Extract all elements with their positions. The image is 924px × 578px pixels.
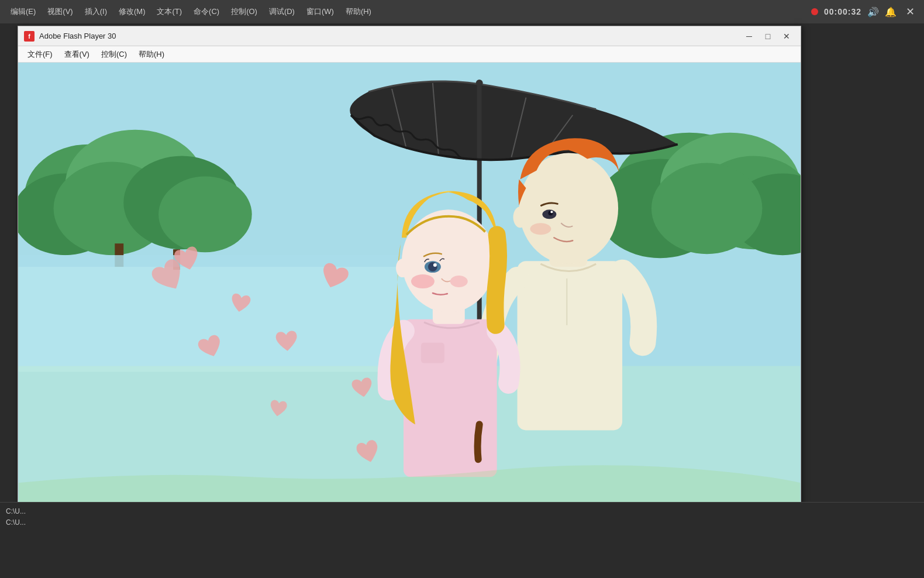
record-indicator <box>811 8 818 15</box>
status-line-1: C:\U... <box>6 506 918 517</box>
svg-rect-36 <box>421 343 444 363</box>
svg-point-34 <box>513 207 527 228</box>
volume-icon[interactable]: 🔊 <box>867 6 879 18</box>
menu-help[interactable]: 帮助(H) <box>341 4 376 19</box>
app-right-controls: 00:00:32 🔊 🔔 ✕ <box>811 4 918 19</box>
menu-window[interactable]: 窗口(W) <box>302 4 339 19</box>
flash-close-button[interactable]: ✕ <box>778 30 795 43</box>
timer-display: 00:00:32 <box>824 7 861 16</box>
svg-rect-16 <box>19 255 444 267</box>
svg-point-33 <box>530 223 551 235</box>
flash-window-title: Adobe Flash Player 30 <box>39 32 795 40</box>
status-line-2: C:\U... <box>6 517 918 528</box>
svg-point-41 <box>433 263 437 267</box>
app-menubar: 编辑(E) 视图(V) 插入(I) 修改(M) 文本(T) 命令(C) 控制(O… <box>0 0 924 23</box>
flash-content-area <box>18 63 801 517</box>
svg-rect-35 <box>404 319 497 477</box>
anime-scene-svg <box>18 63 801 517</box>
flash-menu-help[interactable]: 帮助(H) <box>134 47 169 61</box>
menu-view[interactable]: 视图(V) <box>43 4 77 19</box>
svg-point-40 <box>428 262 437 271</box>
flash-titlebar: f Adobe Flash Player 30 ─ □ ✕ <box>18 26 801 46</box>
menu-modify[interactable]: 修改(M) <box>114 4 150 19</box>
menu-edit[interactable]: 编辑(E) <box>6 4 40 19</box>
flash-menu-view[interactable]: 查看(V) <box>60 47 94 61</box>
svg-rect-25 <box>518 261 623 430</box>
app-statusbar: C:\U... C:\U... <box>0 502 924 578</box>
menu-command[interactable]: 命令(C) <box>189 4 224 19</box>
svg-point-44 <box>396 259 409 277</box>
flash-window-buttons: ─ □ ✕ <box>741 30 795 43</box>
flash-menu-control[interactable]: 控制(C) <box>96 47 132 61</box>
flash-menubar: 文件(F) 查看(V) 控制(C) 帮助(H) <box>18 46 801 63</box>
flash-player-window: f Adobe Flash Player 30 ─ □ ✕ 文件(F) 查看(V… <box>18 26 801 517</box>
flash-app-icon: f <box>24 31 35 42</box>
svg-point-43 <box>450 276 468 287</box>
svg-point-38 <box>402 209 495 312</box>
menu-control[interactable]: 控制(O) <box>226 4 262 19</box>
app-close-button[interactable]: ✕ <box>902 4 918 19</box>
menu-text[interactable]: 文本(T) <box>152 4 187 19</box>
svg-point-14 <box>651 163 763 254</box>
svg-point-6 <box>158 176 252 252</box>
svg-point-42 <box>411 274 435 288</box>
svg-point-32 <box>550 211 553 213</box>
flash-maximize-button[interactable]: □ <box>760 30 776 43</box>
flash-menu-file[interactable]: 文件(F) <box>23 47 57 61</box>
svg-point-24 <box>476 80 483 87</box>
menu-debug[interactable]: 调试(D) <box>264 4 299 19</box>
flash-minimize-button[interactable]: ─ <box>741 30 757 43</box>
menu-insert[interactable]: 插入(I) <box>80 4 112 19</box>
mute-icon[interactable]: 🔔 <box>885 6 897 18</box>
